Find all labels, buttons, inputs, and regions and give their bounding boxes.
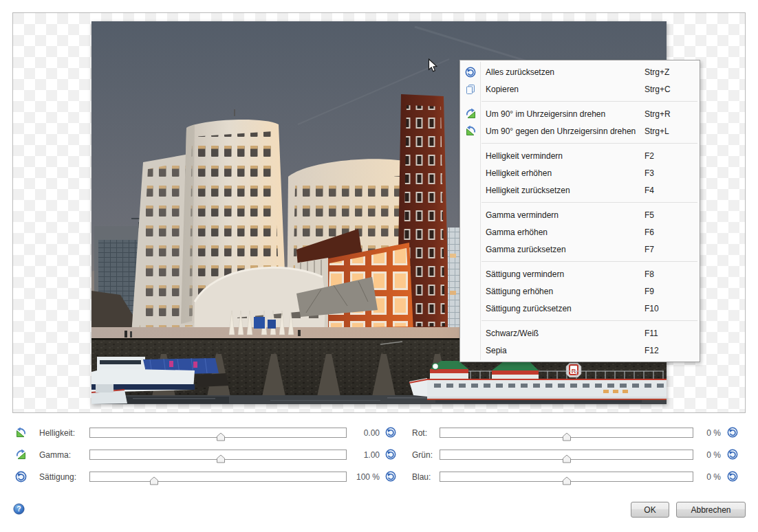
menu-item-label: Sepia <box>481 346 645 355</box>
image-editor-dialog: R <box>0 0 758 532</box>
blue-value: 0 % <box>684 472 721 482</box>
green-slider[interactable] <box>440 450 693 460</box>
menu-item-gamma-decrease[interactable]: Gamma vermindern F5 <box>460 206 700 223</box>
menu-item-label: Sättigung erhöhen <box>481 287 645 296</box>
menu-item-label: Kopieren <box>481 85 645 94</box>
menu-item-shortcut: Strg+L <box>645 126 683 136</box>
undo-icon <box>460 67 481 78</box>
menu-item-shortcut: F12 <box>645 346 683 355</box>
menu-item-shortcut: F3 <box>645 168 683 178</box>
green-slider-thumb[interactable] <box>562 454 571 463</box>
blue-slider-thumb[interactable] <box>562 476 571 485</box>
green-row: Grün: 0 % <box>0 450 758 465</box>
help-button[interactable]: ? <box>13 503 25 515</box>
menu-item-label: Helligkeit vermindern <box>481 151 645 161</box>
context-menu: Alles zurücksetzen Strg+Z Kopieren Strg+… <box>459 60 700 362</box>
menu-item-shortcut: F2 <box>645 151 683 161</box>
menu-item-brightness-increase[interactable]: Helligkeit erhöhen F3 <box>460 164 700 181</box>
menu-item-gamma-increase[interactable]: Gamma erhöhen F6 <box>460 223 700 241</box>
blue-label: Blau: <box>412 472 431 482</box>
menu-item-shortcut: F8 <box>645 269 683 279</box>
rotate-cw-icon <box>460 108 481 120</box>
menu-item-shortcut: Strg+R <box>645 109 683 119</box>
menu-item-brightness-reset[interactable]: Helligkeit zurücksetzen F4 <box>460 181 700 199</box>
menu-item-label: Helligkeit zurücksetzen <box>481 186 645 195</box>
ok-button[interactable]: OK <box>631 502 669 518</box>
menu-separator <box>481 202 697 203</box>
menu-item-shortcut: F5 <box>645 210 683 220</box>
menu-item-black-white[interactable]: Schwarz/Weiß F11 <box>460 324 700 342</box>
green-reset-button[interactable] <box>727 449 738 460</box>
menu-item-label: Sättigung vermindern <box>481 269 645 279</box>
menu-separator <box>481 143 697 144</box>
menu-separator <box>481 101 697 102</box>
r-navigation-sign: R <box>566 363 581 377</box>
menu-item-shortcut: F10 <box>645 304 683 313</box>
menu-item-gamma-reset[interactable]: Gamma zurücksetzen F7 <box>460 241 700 258</box>
menu-item-label: Gamma erhöhen <box>481 228 645 237</box>
green-label: Grün: <box>412 450 433 460</box>
menu-item-label: Alles zurücksetzen <box>481 67 645 77</box>
menu-item-brightness-decrease[interactable]: Helligkeit vermindern F2 <box>460 147 700 164</box>
menu-item-label: Gamma vermindern <box>481 210 645 220</box>
red-slider-thumb[interactable] <box>562 432 571 441</box>
menu-item-rotate-counterclockwise[interactable]: Um 90° gegen den Uhrzeigersinn drehen St… <box>460 122 700 140</box>
menu-item-shortcut: F9 <box>645 287 683 296</box>
green-value: 0 % <box>684 450 721 460</box>
rotate-ccw-icon <box>460 125 481 137</box>
menu-item-saturation-reset[interactable]: Sättigung zurücksetzen F10 <box>460 300 700 317</box>
menu-separator <box>481 261 697 262</box>
menu-item-reset-all[interactable]: Alles zurücksetzen Strg+Z <box>460 63 700 80</box>
menu-item-label: Um 90° im Uhrzeigersinn drehen <box>481 109 645 119</box>
menu-item-saturation-increase[interactable]: Sättigung erhöhen F9 <box>460 282 700 300</box>
menu-item-shortcut: Strg+C <box>645 85 683 94</box>
menu-item-shortcut: F7 <box>645 245 683 254</box>
menu-item-label: Sättigung zurücksetzen <box>481 304 645 313</box>
menu-item-sepia[interactable]: Sepia F12 <box>460 342 700 359</box>
blue-slider[interactable] <box>440 472 693 482</box>
red-value: 0 % <box>684 428 721 438</box>
menu-item-rotate-clockwise[interactable]: Um 90° im Uhrzeigersinn drehen Strg+R <box>460 105 700 122</box>
blue-row: Blau: 0 % <box>0 472 758 487</box>
menu-item-shortcut: F6 <box>645 228 683 237</box>
red-row: Rot: 0 % <box>0 428 758 443</box>
red-slider[interactable] <box>440 428 693 438</box>
menu-item-label: Schwarz/Weiß <box>481 329 645 338</box>
cancel-button[interactable]: Abbrechen <box>676 502 746 518</box>
glass-sliver-right <box>448 228 460 329</box>
menu-separator <box>481 320 697 321</box>
menu-item-saturation-decrease[interactable]: Sättigung vermindern F8 <box>460 265 700 282</box>
menu-item-shortcut: Strg+Z <box>645 67 683 77</box>
menu-item-shortcut: F11 <box>645 329 683 338</box>
menu-item-shortcut: F4 <box>645 186 683 195</box>
help-glyph: ? <box>17 505 21 513</box>
menu-item-label: Um 90° gegen den Uhrzeigersinn drehen <box>481 126 645 136</box>
menu-item-copy[interactable]: Kopieren Strg+C <box>460 80 700 98</box>
copy-icon <box>460 84 481 95</box>
menu-item-label: Gamma zurücksetzen <box>481 245 645 254</box>
red-label: Rot: <box>412 428 427 438</box>
red-reset-button[interactable] <box>727 427 738 438</box>
menu-item-label: Helligkeit erhöhen <box>481 168 645 178</box>
blue-reset-button[interactable] <box>727 471 738 482</box>
